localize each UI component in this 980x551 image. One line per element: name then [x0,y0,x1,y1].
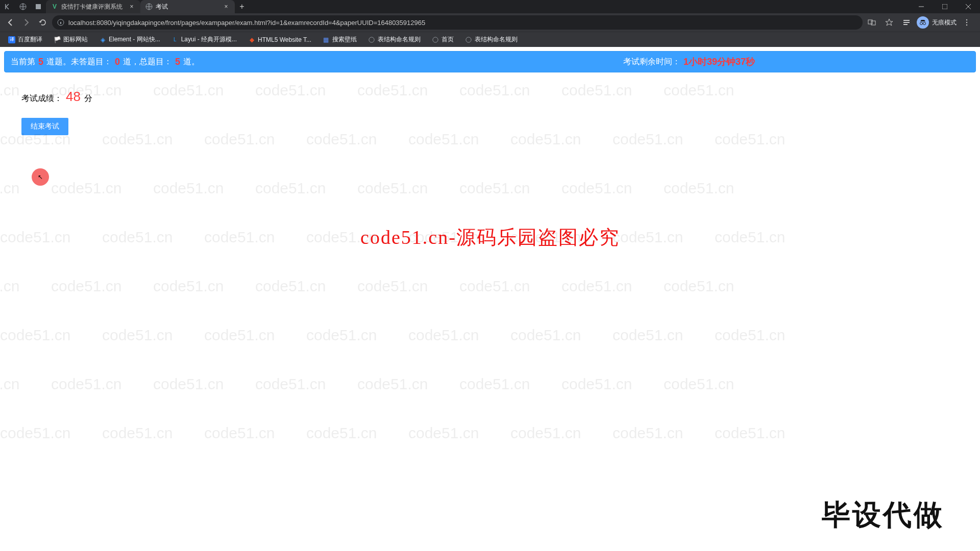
bookmark-label: Layui - 经典开源模... [181,35,237,44]
bookmark-baidu-translate[interactable]: 译 百度翻译 [4,34,46,45]
unanswered-suffix: 道，总题目： [123,57,172,67]
score-unit: 分 [84,93,92,104]
svg-point-16 [920,22,923,25]
square-icon[interactable] [31,0,46,13]
forward-button[interactable] [19,15,34,30]
bookmark-favicon: 译 [8,36,15,43]
back-button[interactable] [3,15,17,30]
svg-point-23 [433,37,438,42]
close-icon[interactable]: × [223,3,230,10]
bookmark-label: 表结构命名规则 [378,35,421,44]
current-suffix: 道题。未答题目： [46,57,112,67]
layui-icon: L [172,36,179,43]
bookmark-home[interactable]: 首页 [428,34,458,45]
window-controls [910,0,980,13]
menu-icon[interactable] [960,15,974,30]
bookmark-icons[interactable]: 🏳️ 图标网站 [50,34,92,45]
bookmark-label: 百度翻译 [18,35,42,44]
translate-icon[interactable] [865,15,879,30]
url-text: localhost:8080/yiqingdakapingce/front/pa… [68,19,857,27]
flag-icon: 🏳️ [54,36,61,43]
tab-title: 考试 [156,3,168,11]
bookmark-html5[interactable]: ◆ HTML5 Website T... [244,35,315,45]
browser-titlebar: V 疫情打卡健康评测系统 × 考试 × + [0,0,980,13]
incognito-icon[interactable] [917,16,929,29]
svg-point-20 [966,22,967,23]
svg-point-21 [966,24,967,26]
bookmark-label: 搜索壁纸 [332,35,357,44]
tab-title: 疫情打卡健康评测系统 [61,3,122,11]
maximize-button[interactable] [933,0,957,13]
globe-icon [465,36,472,43]
globe-icon [368,36,375,43]
minimize-button[interactable] [910,0,933,13]
svg-rect-11 [868,20,872,24]
cursor-highlight: ↖ [32,168,49,186]
svg-point-17 [923,22,926,25]
bookmark-label: 表结构命名规则 [475,35,518,44]
current-question-number: 5 [36,57,45,67]
watermark-layer: code51.cncode51.cncode51.cncode51.cncode… [0,51,980,551]
svg-rect-2 [36,4,41,9]
vue-icon: V [51,3,58,10]
html5-icon: ◆ [248,36,255,43]
globe-icon [432,36,439,43]
exam-score: 考试成绩： 48 分 [21,89,980,105]
browser-tabs: V 疫情打卡健康评测系统 × 考试 × + [46,0,249,13]
tab-health-system[interactable]: V 疫情打卡健康评测系统 × [46,0,140,13]
globe-icon [145,3,153,10]
bookmarks-bar: 译 百度翻译 🏳️ 图标网站 ◈ Element - 网站快... L Layu… [0,32,980,47]
close-window-button[interactable] [957,0,980,13]
element-icon: ◈ [99,36,106,43]
time-label: 考试剩余时间： [623,57,680,67]
corner-text: 毕设代做 [822,496,944,535]
center-warning-text: code51.cn-源码乐园盗图必究 [360,224,620,251]
close-icon[interactable]: × [128,3,135,10]
total-suffix: 道。 [183,57,200,67]
unanswered-number: 0 [113,57,122,67]
browser-toolbar: localhost:8080/yiqingdakapingce/front/pa… [0,13,980,32]
svg-point-22 [369,37,374,42]
exam-status-bar: 当前第 5 道题。未答题目： 0 道，总题目： 5 道。 考试剩余时间： 1小时… [4,51,976,72]
end-exam-button[interactable]: 结束考试 [21,118,68,135]
reload-button[interactable] [36,15,50,30]
bookmark-label: 首页 [442,35,454,44]
star-icon[interactable] [882,15,896,30]
bookmark-element[interactable]: ◈ Element - 网站快... [95,34,164,45]
cursor-icon: ↖ [38,173,43,181]
total-number: 5 [173,57,182,67]
bookmark-label: Element - 网站快... [109,35,160,44]
page-content: 当前第 5 道题。未答题目： 0 道，总题目： 5 道。 考试剩余时间： 1小时… [0,51,980,551]
svg-rect-0 [5,4,6,9]
time-remaining: 1小时39分钟37秒 [683,56,755,68]
new-tab-button[interactable]: + [235,0,249,13]
wallpaper-icon: ▦ [323,36,330,43]
score-label: 考试成绩： [21,93,62,104]
bookmark-wallpaper[interactable]: ▦ 搜索壁纸 [318,34,361,45]
svg-rect-5 [942,4,947,9]
bookmark-naming-1[interactable]: 表结构命名规则 [364,34,425,45]
bookmark-naming-2[interactable]: 表结构命名规则 [461,34,522,45]
bookmark-label: 图标网站 [63,35,88,44]
tab-exam[interactable]: 考试 × [140,0,235,13]
incognito-label: 无痕模式 [932,18,957,27]
svg-point-19 [966,19,967,20]
current-prefix: 当前第 [11,57,35,67]
list-icon[interactable] [899,15,914,30]
globe-icon[interactable] [15,0,31,13]
score-value: 48 [64,89,82,105]
bookmark-layui[interactable]: L Layui - 经典开源模... [167,34,241,45]
back-history-icon[interactable] [0,0,15,13]
bookmark-label: HTML5 Website T... [258,36,311,43]
svg-point-24 [466,37,471,42]
site-info-icon[interactable] [57,19,64,26]
address-bar[interactable]: localhost:8080/yiqingdakapingce/front/pa… [52,15,863,30]
svg-rect-12 [871,21,875,25]
